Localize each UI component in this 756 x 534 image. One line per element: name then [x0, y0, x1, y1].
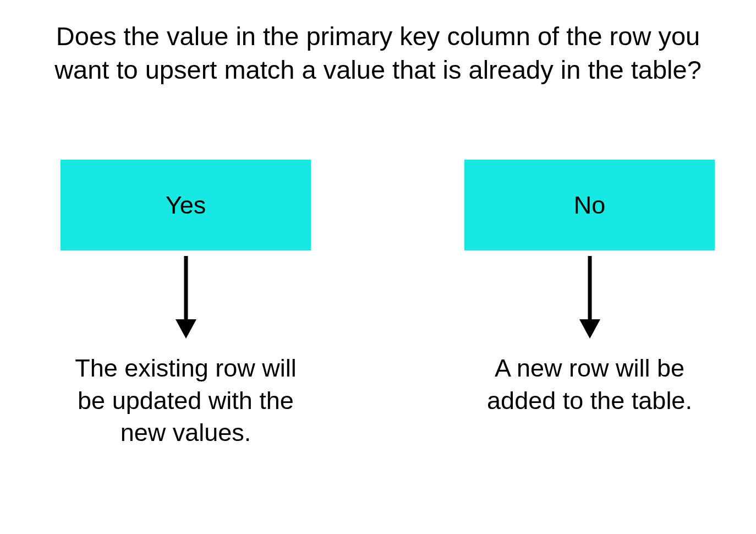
no-label: No: [574, 191, 606, 220]
yes-choice-box: Yes: [61, 160, 311, 250]
svg-marker-3: [579, 319, 600, 339]
branches-container: Yes The existing row will be updated wit…: [0, 160, 756, 449]
yes-label: Yes: [166, 191, 206, 220]
no-result-text: A new row will be added to the table.: [474, 352, 705, 417]
yes-arrow: [169, 256, 202, 341]
no-branch: No A new row will be added to the table.: [464, 160, 715, 449]
yes-branch: Yes The existing row will be updated wit…: [41, 160, 330, 449]
no-choice-box: No: [464, 160, 715, 250]
yes-result-text: The existing row will be updated with th…: [59, 352, 313, 449]
svg-marker-1: [176, 319, 196, 339]
no-arrow: [573, 256, 606, 341]
question-text: Does the value in the primary key column…: [48, 19, 708, 86]
